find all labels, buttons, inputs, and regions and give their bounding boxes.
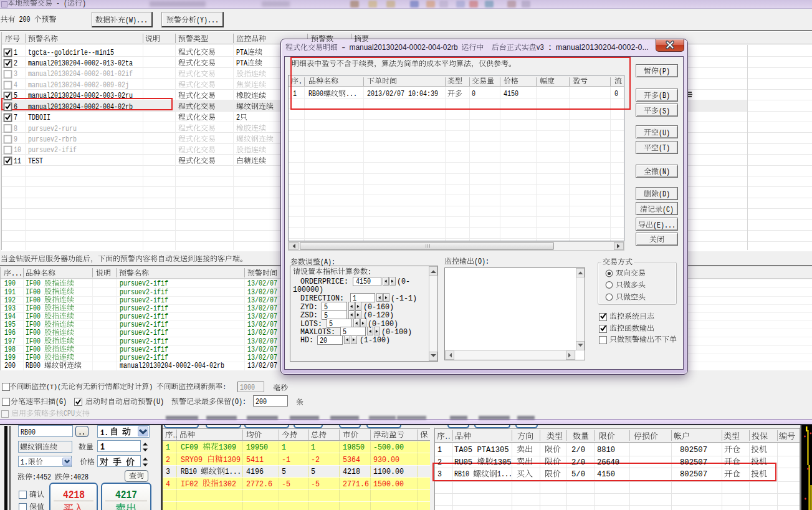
svg-text:200: 200	[19, 16, 31, 24]
svg-text:(G): (G)	[55, 398, 67, 407]
svg-text:(O):: (O):	[231, 398, 246, 407]
svg-text::4452: :4452	[32, 473, 51, 482]
svg-text:CPU: CPU	[64, 410, 75, 418]
svg-text::: :	[222, 383, 226, 392]
svg-text:(U): (U)	[153, 398, 164, 407]
svg-text:(T)(: (T)(	[46, 383, 61, 392]
svg-text:): )	[149, 383, 153, 392]
svg-text::4028: :4028	[70, 473, 88, 482]
